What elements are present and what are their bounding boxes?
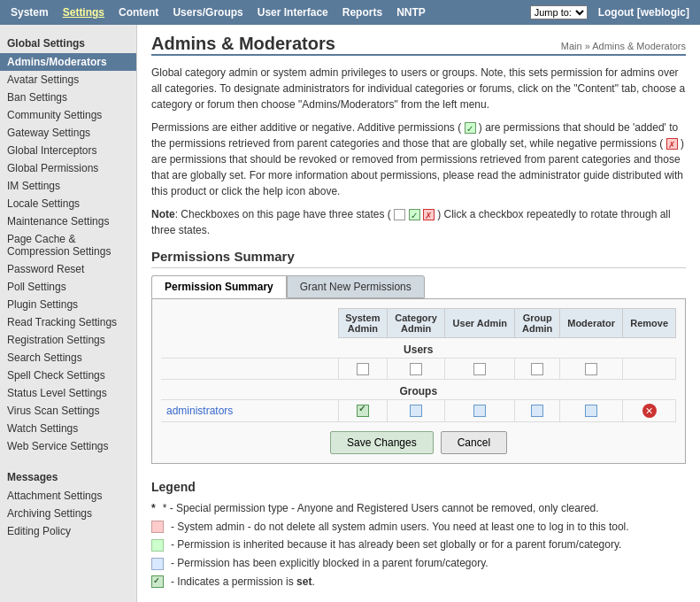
legend-check-box	[151, 575, 164, 588]
legend-star-text: * - Special permission type - Anyone and…	[163, 501, 599, 516]
sidebar-item-watch-settings[interactable]: Watch Settings	[0, 420, 136, 437]
group-group-admin-checkbox[interactable]	[531, 405, 543, 417]
table-row: administrators ✕	[161, 399, 676, 421]
sidebar: Global Settings Admins/Moderators Avatar…	[0, 25, 137, 602]
administrators-link[interactable]: administrators	[166, 405, 233, 417]
legend-set-bold: set	[296, 575, 312, 588]
intro-paragraph-2: Permissions are either additive or negat…	[151, 120, 686, 199]
sidebar-item-search-settings[interactable]: Search Settings	[0, 349, 136, 367]
sidebar-item-gateway-settings[interactable]: Gateway Settings	[0, 124, 136, 142]
intro-paragraph-1: Global category admin or system admin pr…	[151, 65, 686, 112]
jump-to-select[interactable]: Jump to:	[530, 5, 588, 19]
col-header-group-admin: GroupAdmin	[515, 309, 559, 338]
nav-users-groups[interactable]: Users/Groups	[165, 3, 250, 22]
additive-checkbox-example	[465, 122, 476, 134]
group-group-admin-cell	[515, 399, 559, 421]
sidebar-item-community-settings[interactable]: Community Settings	[0, 106, 136, 124]
nav-user-interface[interactable]: User Interface	[250, 3, 335, 22]
sidebar-item-ban-settings[interactable]: Ban Settings	[0, 89, 136, 106]
permission-tabs: Permission Summary Grant New Permissions	[151, 275, 686, 298]
col-header-category-admin: CategoryAdmin	[388, 309, 445, 338]
user-group-admin-checkbox[interactable]	[531, 363, 543, 375]
action-buttons: Save Changes Cancel	[161, 431, 676, 454]
negative-checkbox-example	[666, 138, 678, 150]
user-remove-cell	[623, 359, 676, 380]
groups-section-row: Groups	[161, 379, 676, 399]
empty-checkbox-example	[394, 209, 405, 220]
sidebar-item-poll-settings[interactable]: Poll Settings	[0, 278, 136, 296]
sidebar-item-admins-moderators[interactable]: Admins/Moderators	[0, 53, 136, 71]
sidebar-item-password-reset[interactable]: Password Reset	[0, 260, 136, 278]
breadcrumb: Main » Admins & Moderators	[561, 41, 686, 51]
legend-check-text: - Indicates a permission is set.	[171, 575, 315, 590]
nav-content[interactable]: Content	[112, 3, 165, 22]
sidebar-item-maintenance-settings[interactable]: Maintenance Settings	[0, 212, 136, 230]
user-group-admin-cell	[515, 359, 559, 380]
note-paragraph: Note: Checkboxes on this page have three…	[151, 206, 686, 238]
group-moderator-checkbox[interactable]	[585, 405, 597, 417]
group-remove-button[interactable]: ✕	[642, 404, 657, 418]
page-layout: Global Settings Admins/Moderators Avatar…	[0, 25, 700, 602]
global-settings-title: Global Settings	[0, 32, 136, 53]
sidebar-item-editing-policy[interactable]: Editing Policy	[0, 522, 136, 540]
sidebar-item-global-permissions[interactable]: Global Permissions	[0, 159, 136, 177]
sidebar-item-registration[interactable]: Registration Settings	[0, 331, 136, 349]
user-system-admin-checkbox[interactable]	[357, 363, 369, 375]
legend-pink-box	[151, 521, 164, 533]
group-system-admin-cell	[338, 399, 388, 421]
col-header-user-admin: User Admin	[445, 309, 515, 338]
sidebar-item-im-settings[interactable]: IM Settings	[0, 177, 136, 195]
nav-settings[interactable]: Settings	[56, 3, 112, 22]
sidebar-item-avatar-settings[interactable]: Avatar Settings	[0, 71, 136, 89]
check-checkbox-example	[409, 209, 420, 220]
sidebar-item-read-tracking[interactable]: Read Tracking Settings	[0, 313, 136, 331]
tab-grant-new-permissions[interactable]: Grant New Permissions	[287, 275, 425, 298]
legend-pink-text: - System admin - do not delete all syste…	[171, 520, 629, 535]
group-remove-cell: ✕	[623, 399, 676, 421]
sidebar-item-archiving-settings[interactable]: Archiving Settings	[0, 505, 136, 522]
col-header-system-admin: SystemAdmin	[338, 309, 388, 338]
group-category-admin-cell	[388, 399, 445, 421]
cancel-button[interactable]: Cancel	[441, 431, 507, 454]
messages-section: Messages Attachment Settings Archiving S…	[0, 466, 136, 540]
nav-reports[interactable]: Reports	[335, 3, 389, 22]
sidebar-item-locale-settings[interactable]: Locale Settings	[0, 195, 136, 212]
legend-item-green: - Permission is inherited because it has…	[151, 537, 686, 552]
sidebar-item-web-service[interactable]: Web Service Settings	[0, 437, 136, 455]
legend-title: Legend	[151, 480, 686, 494]
group-moderator-cell	[559, 399, 622, 421]
x-checkbox-example	[423, 209, 435, 220]
logout-link[interactable]: Logout [weblogic]	[591, 3, 696, 22]
main-content: Admins & Moderators Main » Admins & Mode…	[137, 25, 700, 602]
user-moderator-checkbox[interactable]	[585, 363, 597, 375]
sidebar-item-virus-scan[interactable]: Virus Scan Settings	[0, 402, 136, 420]
col-header-remove: Remove	[623, 309, 676, 338]
sidebar-item-attachment-settings[interactable]: Attachment Settings	[0, 487, 136, 505]
legend-blue-box	[151, 558, 164, 570]
legend-section: Legend * * - Special permission type - A…	[151, 480, 686, 590]
users-section-label: Users	[161, 338, 676, 359]
legend-blue-text: - Permission has been explicitly blocked…	[171, 556, 488, 571]
group-name-cell: administrators	[161, 399, 338, 421]
sidebar-item-spell-check[interactable]: Spell Check Settings	[0, 367, 136, 384]
nav-system[interactable]: System	[4, 3, 56, 22]
user-category-admin-cell	[388, 359, 445, 380]
col-header-name	[161, 309, 338, 338]
sidebar-item-plugin-settings[interactable]: Plugin Settings	[0, 296, 136, 313]
users-section-row: Users	[161, 338, 676, 359]
col-header-moderator: Moderator	[559, 309, 622, 338]
group-category-admin-checkbox[interactable]	[410, 405, 422, 417]
group-user-admin-checkbox[interactable]	[473, 405, 486, 417]
user-category-admin-checkbox[interactable]	[410, 363, 422, 375]
sidebar-item-status-level[interactable]: Status Level Settings	[0, 384, 136, 402]
sidebar-item-page-cache[interactable]: Page Cache & Compression Settings	[0, 230, 136, 260]
group-system-admin-checkbox[interactable]	[357, 405, 369, 417]
legend-green-box	[151, 539, 164, 552]
sidebar-item-global-interceptors[interactable]: Global Interceptors	[0, 142, 136, 159]
nav-nntp[interactable]: NNTP	[389, 3, 433, 22]
permission-table: SystemAdmin CategoryAdmin User Admin Gro…	[161, 308, 676, 422]
tab-permission-summary[interactable]: Permission Summary	[151, 275, 287, 298]
save-changes-button[interactable]: Save Changes	[330, 431, 434, 454]
user-user-admin-checkbox[interactable]	[473, 363, 486, 375]
legend-star-symbol: *	[151, 501, 156, 516]
